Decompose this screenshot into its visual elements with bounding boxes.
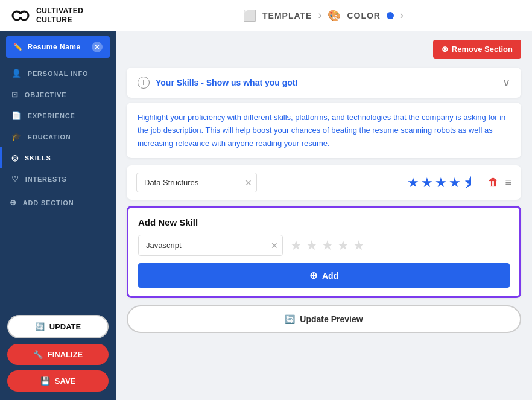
close-x-icon[interactable]: ✕ <box>92 42 103 52</box>
nav-chevron-1: › <box>318 9 321 22</box>
add-star-5[interactable]: ★ <box>353 238 365 253</box>
objective-icon: ⊡ <box>11 90 19 99</box>
skills-header-card: i Your Skills - Show us what you got! ∨ <box>127 68 521 98</box>
refresh-icon: 🔄 <box>35 322 45 331</box>
nav-chevron-2: › <box>400 9 404 22</box>
experience-icon: 📄 <box>11 111 22 120</box>
add-section-icon: ⊕ <box>10 198 17 207</box>
skills-description-text: Highlight your proficiency with differen… <box>138 111 510 150</box>
star-3[interactable]: ★ <box>435 175 447 191</box>
add-star-2[interactable]: ★ <box>306 238 318 253</box>
add-skill-button[interactable]: ⊕ Add <box>138 263 510 288</box>
drag-handle-icon[interactable]: ≡ <box>505 176 511 189</box>
add-star-4[interactable]: ★ <box>337 238 349 253</box>
add-skill-stars: ★ ★ ★ ★ ★ <box>290 238 365 253</box>
info-icon: i <box>138 77 150 89</box>
trash-icon[interactable]: 🗑 <box>488 176 499 189</box>
star-5-half[interactable]: ⯨ <box>463 175 476 191</box>
remove-section-button[interactable]: ⊗ Remove Section <box>433 40 521 59</box>
main-content: ⊗ Remove Section i Your Skills - Show us… <box>116 31 532 400</box>
sidebar: ✏️ Resume Name ✕ 👤 PERSONAL INFO ⊡ OBJEC… <box>0 31 116 400</box>
template-nav-label[interactable]: TEMPLATE <box>262 11 312 21</box>
update-preview-button[interactable]: 🔄 Update Preview <box>127 305 521 333</box>
svg-rect-2 <box>17 14 24 17</box>
add-skill-input-wrap: ✕ <box>138 235 283 256</box>
skill-name-input[interactable] <box>136 173 257 192</box>
skills-icon: ◎ <box>11 153 19 162</box>
add-star-3[interactable]: ★ <box>321 238 334 253</box>
edit-icon: ✏️ <box>13 43 23 51</box>
sidebar-item-education[interactable]: 🎓 EDUCATION <box>0 126 116 147</box>
resume-name-button[interactable]: ✏️ Resume Name ✕ <box>6 36 110 58</box>
app-header: CULTIVATED CULTURE ⬜ TEMPLATE › 🎨 COLOR … <box>0 0 532 31</box>
finalize-icon: 🔧 <box>33 350 43 359</box>
remove-x-icon: ⊗ <box>442 45 448 54</box>
star-rating: ★ ★ ★ ★ ⯨ <box>407 175 476 191</box>
add-star-1[interactable]: ★ <box>290 238 302 253</box>
sidebar-item-skills[interactable]: ◎ SKILLS <box>0 147 116 168</box>
add-skill-input[interactable] <box>138 235 283 256</box>
finalize-button[interactable]: 🔧 FINALIZE <box>7 344 109 365</box>
logo-text: CULTIVATED CULTURE <box>36 7 83 25</box>
star-2[interactable]: ★ <box>421 175 433 191</box>
update-button[interactable]: 🔄 UPDATE <box>7 315 109 338</box>
add-section-item[interactable]: ⊕ ADD SECTION <box>0 192 116 213</box>
sidebar-item-interests[interactable]: ♡ INTERESTS <box>0 168 116 189</box>
skills-description-card: Highlight your proficiency with differen… <box>127 103 521 158</box>
logo-icon <box>10 5 31 27</box>
resume-name-label: Resume Name <box>28 43 81 51</box>
sidebar-nav: 👤 PERSONAL INFO ⊡ OBJECTIVE 📄 EXPERIENCE… <box>0 63 116 309</box>
save-button[interactable]: 💾 SAVE <box>7 370 109 392</box>
add-circle-icon: ⊕ <box>309 270 317 281</box>
skill-input-wrap: ✕ <box>136 173 257 192</box>
template-icon: ⬜ <box>243 9 256 22</box>
logo: CULTIVATED CULTURE <box>10 5 124 27</box>
skill-actions: 🗑 ≡ <box>488 176 511 189</box>
skill-clear-icon[interactable]: ✕ <box>245 178 252 188</box>
person-icon: 👤 <box>11 69 22 78</box>
refresh-preview-icon: 🔄 <box>285 314 295 324</box>
education-icon: 🎓 <box>11 132 22 141</box>
add-skill-title: Add New Skill <box>138 217 510 227</box>
color-icon: 🎨 <box>328 9 341 22</box>
add-skill-clear-icon[interactable]: ✕ <box>271 241 278 250</box>
star-1[interactable]: ★ <box>407 175 419 191</box>
color-nav-label[interactable]: COLOR <box>347 11 381 21</box>
interests-icon: ♡ <box>11 174 19 183</box>
skill-row: ✕ ★ ★ ★ ★ ⯨ 🗑 ≡ <box>127 165 521 200</box>
skills-section-title: Your Skills - Show us what you got! <box>156 78 298 87</box>
save-icon: 💾 <box>40 376 50 386</box>
sidebar-item-experience[interactable]: 📄 EXPERIENCE <box>0 105 116 126</box>
star-4[interactable]: ★ <box>449 175 461 191</box>
sidebar-item-personal-info[interactable]: 👤 PERSONAL INFO <box>0 63 116 84</box>
sidebar-item-objective[interactable]: ⊡ OBJECTIVE <box>0 84 116 105</box>
add-skill-card: Add New Skill ✕ ★ ★ ★ ★ ★ ⊕ Add <box>127 206 521 298</box>
skills-collapse-chevron[interactable]: ∨ <box>502 76 510 89</box>
color-dot <box>387 12 394 19</box>
